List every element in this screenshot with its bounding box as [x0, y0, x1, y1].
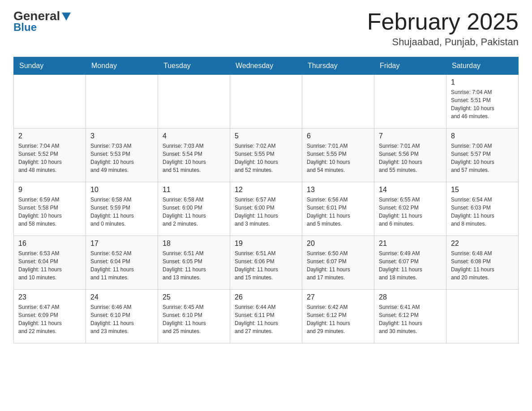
- calendar-cell: 5Sunrise: 7:02 AMSunset: 5:55 PMDaylight…: [230, 128, 302, 182]
- day-number: 12: [235, 186, 297, 194]
- day-number: 21: [379, 240, 442, 248]
- day-info: Sunrise: 6:51 AMSunset: 6:05 PMDaylight:…: [163, 249, 225, 282]
- day-info: Sunrise: 6:46 AMSunset: 6:10 PMDaylight:…: [90, 303, 153, 335]
- day-number: 23: [18, 293, 81, 301]
- day-info: Sunrise: 6:52 AMSunset: 6:04 PMDaylight:…: [90, 249, 153, 282]
- day-info: Sunrise: 6:56 AMSunset: 6:01 PMDaylight:…: [307, 196, 369, 228]
- calendar-cell: 15Sunrise: 6:54 AMSunset: 6:03 PMDayligh…: [446, 182, 519, 236]
- day-info: Sunrise: 6:54 AMSunset: 6:03 PMDaylight:…: [451, 196, 514, 228]
- calendar-cell: 11Sunrise: 6:58 AMSunset: 6:00 PMDayligh…: [158, 182, 230, 236]
- logo-blue-text: Blue: [13, 21, 37, 34]
- day-number: 22: [451, 240, 514, 248]
- day-info: Sunrise: 6:57 AMSunset: 6:00 PMDaylight:…: [235, 196, 297, 228]
- day-info: Sunrise: 6:50 AMSunset: 6:07 PMDaylight:…: [307, 249, 369, 282]
- calendar-cell: [14, 75, 86, 128]
- day-info: Sunrise: 6:42 AMSunset: 6:12 PMDaylight:…: [307, 303, 369, 335]
- logo-arrow-icon: [62, 13, 71, 21]
- day-info: Sunrise: 6:45 AMSunset: 6:10 PMDaylight:…: [163, 303, 225, 335]
- day-info: Sunrise: 6:55 AMSunset: 6:02 PMDaylight:…: [379, 196, 442, 228]
- calendar-cell: 12Sunrise: 6:57 AMSunset: 6:00 PMDayligh…: [230, 182, 302, 236]
- page-header: General Blue February 2025 Shujaabad, Pu…: [13, 9, 519, 48]
- day-number: 11: [163, 186, 225, 194]
- calendar-cell: 13Sunrise: 6:56 AMSunset: 6:01 PMDayligh…: [302, 182, 374, 236]
- calendar-cell: [374, 75, 446, 128]
- weekday-header-thursday: Thursday: [302, 57, 374, 75]
- calendar-cell: [230, 75, 302, 128]
- calendar-cell: [302, 75, 374, 128]
- calendar-title: February 2025: [367, 9, 519, 34]
- day-number: 16: [18, 240, 81, 248]
- day-info: Sunrise: 6:48 AMSunset: 6:08 PMDaylight:…: [451, 249, 514, 282]
- calendar-cell: 22Sunrise: 6:48 AMSunset: 6:08 PMDayligh…: [446, 236, 519, 290]
- weekday-header-tuesday: Tuesday: [158, 57, 230, 75]
- calendar-cell: 4Sunrise: 7:03 AMSunset: 5:54 PMDaylight…: [158, 128, 230, 182]
- day-number: 9: [18, 186, 81, 194]
- calendar-cell: [86, 75, 158, 128]
- calendar-cell: 21Sunrise: 6:49 AMSunset: 6:07 PMDayligh…: [374, 236, 446, 290]
- day-number: 13: [307, 186, 369, 194]
- calendar-cell: [158, 75, 230, 128]
- day-number: 15: [451, 186, 514, 194]
- title-section: February 2025 Shujaabad, Punjab, Pakista…: [367, 9, 519, 48]
- day-number: 24: [90, 293, 153, 301]
- day-info: Sunrise: 6:44 AMSunset: 6:11 PMDaylight:…: [235, 303, 297, 335]
- calendar-cell: 17Sunrise: 6:52 AMSunset: 6:04 PMDayligh…: [86, 236, 158, 290]
- calendar-cell: 26Sunrise: 6:44 AMSunset: 6:11 PMDayligh…: [230, 290, 302, 343]
- calendar-table: SundayMondayTuesdayWednesdayThursdayFrid…: [13, 57, 519, 343]
- day-info: Sunrise: 7:00 AMSunset: 5:57 PMDaylight:…: [451, 142, 514, 174]
- calendar-cell: 14Sunrise: 6:55 AMSunset: 6:02 PMDayligh…: [374, 182, 446, 236]
- day-number: 17: [90, 240, 153, 248]
- day-number: 19: [235, 240, 297, 248]
- weekday-header-saturday: Saturday: [446, 57, 519, 75]
- day-number: 5: [235, 132, 297, 140]
- day-info: Sunrise: 7:04 AMSunset: 5:51 PMDaylight:…: [451, 88, 514, 120]
- calendar-body: 1Sunrise: 7:04 AMSunset: 5:51 PMDaylight…: [14, 75, 519, 343]
- day-info: Sunrise: 6:47 AMSunset: 6:09 PMDaylight:…: [18, 303, 81, 335]
- day-number: 3: [90, 132, 153, 140]
- calendar-cell: 23Sunrise: 6:47 AMSunset: 6:09 PMDayligh…: [14, 290, 86, 343]
- calendar-week-row: 1Sunrise: 7:04 AMSunset: 5:51 PMDaylight…: [14, 75, 519, 128]
- weekday-header-row: SundayMondayTuesdayWednesdayThursdayFrid…: [14, 57, 519, 75]
- calendar-cell: 16Sunrise: 6:53 AMSunset: 6:04 PMDayligh…: [14, 236, 86, 290]
- day-number: 7: [379, 132, 442, 140]
- day-info: Sunrise: 7:02 AMSunset: 5:55 PMDaylight:…: [235, 142, 297, 174]
- calendar-cell: 19Sunrise: 6:51 AMSunset: 6:06 PMDayligh…: [230, 236, 302, 290]
- calendar-cell: 1Sunrise: 7:04 AMSunset: 5:51 PMDaylight…: [446, 75, 519, 128]
- logo: General Blue: [13, 9, 71, 34]
- day-number: 20: [307, 240, 369, 248]
- calendar-cell: 7Sunrise: 7:01 AMSunset: 5:56 PMDaylight…: [374, 128, 446, 182]
- calendar-cell: 20Sunrise: 6:50 AMSunset: 6:07 PMDayligh…: [302, 236, 374, 290]
- calendar-header: SundayMondayTuesdayWednesdayThursdayFrid…: [14, 57, 519, 75]
- day-info: Sunrise: 7:04 AMSunset: 5:52 PMDaylight:…: [18, 142, 81, 174]
- day-info: Sunrise: 7:01 AMSunset: 5:56 PMDaylight:…: [379, 142, 442, 174]
- calendar-cell: 10Sunrise: 6:58 AMSunset: 5:59 PMDayligh…: [86, 182, 158, 236]
- calendar-cell: 18Sunrise: 6:51 AMSunset: 6:05 PMDayligh…: [158, 236, 230, 290]
- calendar-week-row: 2Sunrise: 7:04 AMSunset: 5:52 PMDaylight…: [14, 128, 519, 182]
- calendar-week-row: 16Sunrise: 6:53 AMSunset: 6:04 PMDayligh…: [14, 236, 519, 290]
- calendar-cell: 9Sunrise: 6:59 AMSunset: 5:58 PMDaylight…: [14, 182, 86, 236]
- day-number: 26: [235, 293, 297, 301]
- day-number: 8: [451, 132, 514, 140]
- day-number: 28: [379, 293, 442, 301]
- day-number: 4: [163, 132, 225, 140]
- day-info: Sunrise: 7:03 AMSunset: 5:53 PMDaylight:…: [90, 142, 153, 174]
- day-number: 14: [379, 186, 442, 194]
- calendar-cell: 2Sunrise: 7:04 AMSunset: 5:52 PMDaylight…: [14, 128, 86, 182]
- day-info: Sunrise: 6:49 AMSunset: 6:07 PMDaylight:…: [379, 249, 442, 282]
- day-info: Sunrise: 7:01 AMSunset: 5:55 PMDaylight:…: [307, 142, 369, 174]
- day-info: Sunrise: 6:53 AMSunset: 6:04 PMDaylight:…: [18, 249, 81, 282]
- day-info: Sunrise: 6:59 AMSunset: 5:58 PMDaylight:…: [18, 196, 81, 228]
- day-info: Sunrise: 7:03 AMSunset: 5:54 PMDaylight:…: [163, 142, 225, 174]
- day-number: 6: [307, 132, 369, 140]
- calendar-cell: 24Sunrise: 6:46 AMSunset: 6:10 PMDayligh…: [86, 290, 158, 343]
- day-number: 18: [163, 240, 225, 248]
- day-number: 25: [163, 293, 225, 301]
- weekday-header-monday: Monday: [86, 57, 158, 75]
- calendar-week-row: 23Sunrise: 6:47 AMSunset: 6:09 PMDayligh…: [14, 290, 519, 343]
- calendar-cell: 25Sunrise: 6:45 AMSunset: 6:10 PMDayligh…: [158, 290, 230, 343]
- day-number: 2: [18, 132, 81, 140]
- day-info: Sunrise: 6:41 AMSunset: 6:12 PMDaylight:…: [379, 303, 442, 335]
- calendar-cell: 28Sunrise: 6:41 AMSunset: 6:12 PMDayligh…: [374, 290, 446, 343]
- day-info: Sunrise: 6:51 AMSunset: 6:06 PMDaylight:…: [235, 249, 297, 282]
- day-number: 10: [90, 186, 153, 194]
